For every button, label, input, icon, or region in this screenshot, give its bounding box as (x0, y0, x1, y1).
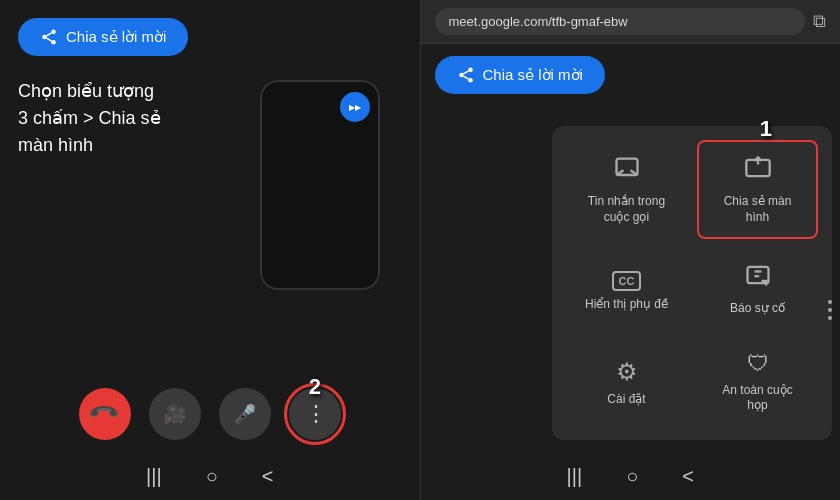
subtitles-label: Hiển thị phụ đề (585, 297, 668, 313)
nav-bar-left: ||| ○ < (0, 465, 420, 488)
nav-home-left[interactable]: ○ (206, 465, 218, 488)
settings-icon: ⚙ (616, 358, 638, 386)
svg-line-4 (46, 33, 51, 36)
svg-line-8 (463, 76, 468, 79)
nav-home-right[interactable]: ○ (626, 465, 638, 488)
svg-point-1 (42, 35, 47, 40)
end-call-button[interactable]: 📞 (79, 388, 131, 440)
report-label: Báo sự cố (730, 301, 785, 317)
url-input[interactable] (435, 8, 805, 35)
share-icon-left (40, 28, 58, 46)
menu-item-safety[interactable]: 🛡 An toàn cuộc họp (697, 339, 818, 426)
svg-point-5 (468, 68, 473, 73)
share-invite-label-right: Chia sẻ lời mời (483, 66, 583, 84)
svg-point-7 (468, 78, 473, 83)
step1-badge: 1 (760, 116, 772, 142)
svg-line-3 (46, 38, 51, 41)
nav-recent-right[interactable]: ||| (567, 465, 583, 488)
audio-wave-icon (340, 92, 370, 122)
camera-button[interactable]: 🎥 (149, 388, 201, 440)
nav-back-left[interactable]: < (262, 465, 274, 488)
nav-back-right[interactable]: < (682, 465, 694, 488)
svg-point-0 (51, 30, 56, 35)
more-options-button[interactable]: 2 ⋮ (289, 388, 341, 440)
nav-recent-left[interactable]: ||| (146, 465, 162, 488)
menu-item-share-screen[interactable]: Chia sẻ màn hình (697, 140, 818, 239)
instruction-text: Chọn biểu tượng 3 chấm > Chia sẻ màn hìn… (18, 78, 161, 159)
share-icon-right (457, 66, 475, 84)
share-screen-label: Chia sẻ màn hình (724, 194, 792, 225)
subtitles-icon: CC (612, 265, 642, 291)
mic-button[interactable]: 🎤 (219, 388, 271, 440)
message-icon (613, 154, 641, 188)
safety-label: An toàn cuộc họp (722, 383, 792, 414)
nav-bar-right: ||| ○ < (421, 465, 840, 488)
left-panel: Chia sẻ lời mời Chọn biểu tượng 3 chấm >… (0, 0, 420, 500)
copy-icon[interactable]: ⧉ (813, 11, 826, 32)
popup-more-dots[interactable] (828, 300, 832, 320)
menu-item-subtitles[interactable]: CC Hiển thị phụ đề (566, 249, 687, 329)
safety-icon: 🛡 (747, 351, 769, 377)
call-controls-left: 📞 🎥 🎤 2 ⋮ (0, 388, 420, 440)
svg-point-6 (459, 73, 464, 78)
share-invite-button-right[interactable]: Chia sẻ lời mời (435, 56, 605, 94)
share-invite-label-left: Chia sẻ lời mời (66, 28, 166, 46)
popup-menu: 1 Tin nhắn trong cuộc gọi Chia (552, 126, 832, 440)
menu-item-report[interactable]: Báo sự cố (697, 249, 818, 329)
url-bar: ⧉ (421, 0, 840, 44)
menu-item-settings[interactable]: ⚙ Cài đặt (566, 339, 687, 426)
share-invite-button-left[interactable]: Chia sẻ lời mời (18, 18, 188, 56)
menu-item-message[interactable]: Tin nhắn trong cuộc gọi (566, 140, 687, 239)
report-icon (744, 261, 772, 295)
svg-point-2 (51, 40, 56, 45)
right-panel: ⧉ Chia sẻ lời mời ⋯ 1 Tin nhắn trong cuộ… (421, 0, 840, 500)
message-label: Tin nhắn trong cuộc gọi (588, 194, 665, 225)
phone-mockup-left (260, 80, 380, 290)
share-screen-icon (744, 154, 772, 188)
settings-label: Cài đặt (607, 392, 645, 408)
step2-badge: 2 (309, 374, 321, 400)
svg-line-9 (463, 71, 468, 74)
